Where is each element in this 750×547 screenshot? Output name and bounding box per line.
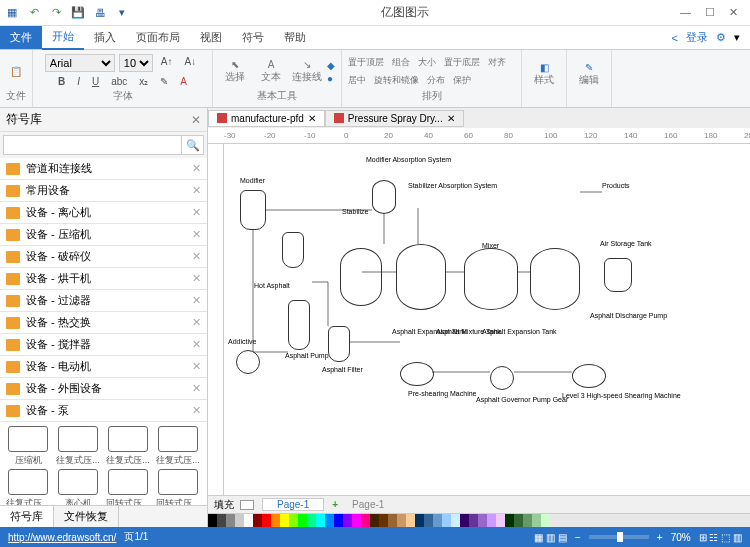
category-item[interactable]: 设备 - 离心机✕ xyxy=(0,202,207,224)
sub-icon[interactable]: x₂ xyxy=(135,74,152,89)
color-swatch[interactable] xyxy=(298,514,307,527)
distribute-btn[interactable]: 分布 xyxy=(427,74,445,87)
style-button[interactable]: ◧样式 xyxy=(528,62,560,87)
center-btn[interactable]: 居中 xyxy=(348,74,366,87)
color-swatch[interactable] xyxy=(235,514,244,527)
fill-swatch[interactable] xyxy=(240,500,254,510)
bold-button[interactable]: B xyxy=(54,74,69,89)
color-swatch[interactable] xyxy=(442,514,451,527)
login-link[interactable]: 登录 xyxy=(686,30,708,45)
connector-tool[interactable]: ↘连接线 xyxy=(291,59,323,84)
category-item[interactable]: 设备 - 外围设备✕ xyxy=(0,378,207,400)
color-swatch[interactable] xyxy=(289,514,298,527)
category-item[interactable]: 设备 - 电动机✕ xyxy=(0,356,207,378)
category-close-icon[interactable]: ✕ xyxy=(192,228,201,241)
font-increase-icon[interactable]: A↑ xyxy=(157,54,177,72)
node-preshear[interactable] xyxy=(400,362,434,386)
node-filter[interactable] xyxy=(328,326,350,362)
category-close-icon[interactable]: ✕ xyxy=(192,360,201,373)
category-item[interactable]: 设备 - 热交换✕ xyxy=(0,312,207,334)
sidebar-tab-recover[interactable]: 文件恢复 xyxy=(54,506,119,527)
tab-symbols[interactable]: 符号 xyxy=(232,26,274,49)
shape-item[interactable]: 离心机 xyxy=(54,469,102,505)
underline-button[interactable]: U xyxy=(88,74,103,89)
category-close-icon[interactable]: ✕ xyxy=(192,250,201,263)
color-swatch[interactable] xyxy=(415,514,424,527)
category-close-icon[interactable]: ✕ xyxy=(192,206,201,219)
color-swatch[interactable] xyxy=(244,514,253,527)
zoom-in-icon[interactable]: + xyxy=(657,532,663,543)
maximize-icon[interactable]: ☐ xyxy=(705,6,715,19)
node-v4[interactable] xyxy=(530,248,580,310)
tab-start[interactable]: 开始 xyxy=(42,25,84,50)
category-close-icon[interactable]: ✕ xyxy=(192,404,201,417)
tab-close-icon[interactable]: ✕ xyxy=(308,113,316,124)
sidebar-tab-lib[interactable]: 符号库 xyxy=(0,506,54,527)
view-icon[interactable]: ▦ ▥ ▤ xyxy=(534,532,567,543)
node-gov[interactable] xyxy=(490,366,514,390)
category-close-icon[interactable]: ✕ xyxy=(192,338,201,351)
sidebar-close-icon[interactable]: ✕ xyxy=(191,113,201,127)
search-button[interactable]: 🔍 xyxy=(182,135,204,155)
color-swatch[interactable] xyxy=(469,514,478,527)
file-icon[interactable]: ▦ xyxy=(4,5,20,21)
color-swatch[interactable] xyxy=(280,514,289,527)
group-btn[interactable]: 组合 xyxy=(392,56,410,69)
shape-item[interactable]: 往复式压... xyxy=(154,426,202,467)
color-swatch[interactable] xyxy=(388,514,397,527)
category-item[interactable]: 设备 - 压缩机✕ xyxy=(0,224,207,246)
color-swatch[interactable] xyxy=(217,514,226,527)
node-l3[interactable] xyxy=(572,364,606,388)
color-swatch[interactable] xyxy=(514,514,523,527)
category-item[interactable]: 设备 - 过滤器✕ xyxy=(0,290,207,312)
highlight-icon[interactable]: ✎ xyxy=(156,74,172,89)
color-swatch[interactable] xyxy=(370,514,379,527)
node-aspump[interactable] xyxy=(288,300,310,350)
undo-icon[interactable]: ↶ xyxy=(26,5,42,21)
category-close-icon[interactable]: ✕ xyxy=(192,272,201,285)
shape-item[interactable]: 回转式压... xyxy=(104,469,152,505)
tab-insert[interactable]: 插入 xyxy=(84,26,126,49)
zoom-slider[interactable] xyxy=(589,535,649,539)
tab-help[interactable]: 帮助 xyxy=(274,26,316,49)
color-swatch[interactable] xyxy=(433,514,442,527)
bring-top[interactable]: 置于顶层 xyxy=(348,56,384,69)
edit-button[interactable]: ✎编辑 xyxy=(573,62,605,87)
node-mixer[interactable] xyxy=(464,248,518,310)
color-swatch[interactable] xyxy=(343,514,352,527)
doc-tab-2[interactable]: Pressure Spray Dry...✕ xyxy=(325,110,464,127)
align-btn[interactable]: 对齐 xyxy=(488,56,506,69)
category-item[interactable]: 管道和连接线✕ xyxy=(0,158,207,180)
color-swatch[interactable] xyxy=(307,514,316,527)
category-item[interactable]: 设备 - 泵✕ xyxy=(0,400,207,422)
node-airtank[interactable] xyxy=(604,258,632,292)
gear-icon[interactable]: ⚙ xyxy=(716,31,726,44)
search-input[interactable] xyxy=(3,135,182,155)
save-icon[interactable]: 💾 xyxy=(70,5,86,21)
color-swatch[interactable] xyxy=(262,514,271,527)
node-add[interactable] xyxy=(236,350,260,374)
category-close-icon[interactable]: ✕ xyxy=(192,382,201,395)
print-icon[interactable]: 🖶 xyxy=(92,5,108,21)
color-swatch[interactable] xyxy=(316,514,325,527)
canvas[interactable]: Modifier Modifier Absorption System Stab… xyxy=(224,144,750,495)
color-swatch[interactable] xyxy=(424,514,433,527)
color-swatch[interactable] xyxy=(334,514,343,527)
tab-close-icon[interactable]: ✕ xyxy=(447,113,455,124)
category-item[interactable]: 设备 - 搅拌器✕ xyxy=(0,334,207,356)
minimize-icon[interactable]: — xyxy=(680,6,691,19)
shape-item[interactable]: 压缩机 xyxy=(4,426,52,467)
strike-icon[interactable]: abc xyxy=(107,74,131,89)
color-swatch[interactable] xyxy=(397,514,406,527)
tab-view[interactable]: 视图 xyxy=(190,26,232,49)
color-swatch[interactable] xyxy=(541,514,550,527)
color-swatch[interactable] xyxy=(271,514,280,527)
color-swatch[interactable] xyxy=(379,514,388,527)
node-v1[interactable] xyxy=(340,248,382,306)
color-swatch[interactable] xyxy=(208,514,217,527)
category-item[interactable]: 设备 - 烘干机✕ xyxy=(0,268,207,290)
color-swatch[interactable] xyxy=(325,514,334,527)
font-decrease-icon[interactable]: A↓ xyxy=(181,54,201,72)
color-swatch[interactable] xyxy=(253,514,262,527)
color-swatch[interactable] xyxy=(361,514,370,527)
